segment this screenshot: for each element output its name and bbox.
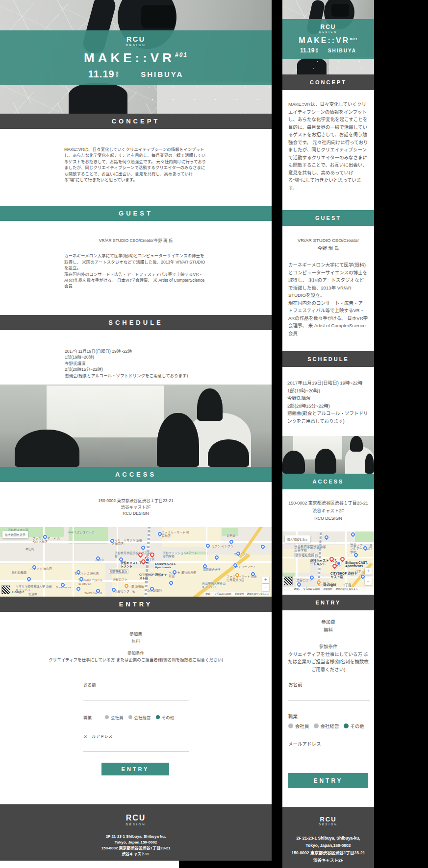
google-map-desktop[interactable]: 拡大地図を表示 Google + − 地図データ ©2020 Google 利用…: [0, 527, 272, 597]
fee-value: 無料: [0, 638, 272, 644]
fee-label: 参加費: [282, 619, 374, 626]
brand-logo-text: RCU: [319, 24, 337, 30]
vr-headset: [331, 4, 349, 17]
event-title: MAKE::VR#01: [84, 50, 188, 66]
map-pin-blue[interactable]: [260, 544, 265, 549]
job-row: 職業 会社員会社経営その他: [83, 714, 187, 720]
map-pin-blue[interactable]: [140, 545, 146, 550]
text-line: 現在国内外のコンサート・広告・アートフェスティバル等で上映するVR・ARの作品を…: [64, 271, 207, 289]
guest-bio: カーネギーメロン大学にて医学(眼科)とコンピューターサイエンスの博士を取得し、 …: [64, 253, 207, 289]
email-input-mobile[interactable]: [288, 752, 370, 760]
radio-circle-icon[interactable]: [314, 723, 319, 728]
map-zoom-in-button[interactable]: +: [365, 568, 372, 575]
google-map-mobile[interactable]: 拡大地図を表示 Google + − 地図データ ©2020 Google 利用…: [282, 531, 374, 591]
job-radio-group: 会社員会社経営その他: [105, 714, 174, 720]
text-line: 2F 21-23-1 Shibuya, Shibuya-ku,: [282, 835, 374, 842]
name-input-mobile[interactable]: [288, 693, 370, 701]
job-radio-2[interactable]: 会社経営: [128, 714, 151, 720]
job-radio-2[interactable]: 会社経営: [314, 723, 339, 729]
map-report-link[interactable]: 地図の誤りを報告する: [247, 592, 269, 595]
map-zoom-out-button[interactable]: −: [262, 584, 269, 591]
map-label: 松濤中: [28, 593, 37, 596]
footer-address: 2F 21-23-1 Shibuya, Shibuya-ku,Tokyo, Ja…: [282, 835, 374, 864]
hero-section: RCU DESIGN MAKE::VR#01 11.19 SUN SHIBUYA: [0, 0, 272, 114]
text-line: 150-0002 東京都渋谷区渋谷1丁目23-21: [0, 845, 272, 851]
map-pin-blue[interactable]: [228, 539, 234, 544]
text-line: 今野氏講演: [287, 394, 369, 402]
entry-submit-button-desktop[interactable]: ENTRY: [101, 763, 169, 775]
text-line: Tokyo, Japan,150-0002: [0, 840, 272, 845]
vr-headset: [141, 5, 176, 28]
access-section-bar: ACCESS: [282, 474, 374, 489]
text-line: 150-0002 東京都渋谷区渋谷１丁目23-21: [282, 500, 374, 507]
map-label: Shibuya CAST. Apartments: [155, 562, 184, 569]
entry-heading: ENTRY: [119, 601, 153, 608]
radio-circle-icon[interactable]: [156, 715, 160, 719]
email-row: メールアドレス: [83, 733, 187, 752]
map-pin-marker[interactable]: [145, 557, 150, 562]
radio-label: その他: [162, 714, 175, 720]
radio-circle-icon[interactable]: [288, 723, 293, 728]
job-radio-group: 会社員会社経営その他: [288, 723, 368, 729]
footer: RCU DESIGN 2F 21-23-1 Shibuya, Shibuya-k…: [282, 807, 374, 868]
map-report-link[interactable]: 地図の誤りを報告する: [336, 587, 358, 590]
text-line: 渋谷キャスト2F: [282, 507, 374, 515]
hero-section-mobile: RCU DESIGN MAKE::VR#01 11.19 SUN SHIBUYA: [282, 0, 374, 74]
text-line: カーネギーメロン大学にて医学(眼科)とコンピューターサイエンスの博士を取得し、 …: [288, 261, 368, 299]
job-radio-3[interactable]: その他: [156, 714, 175, 720]
projection-screen: [47, 386, 164, 437]
radio-label: 会社員: [111, 714, 124, 720]
radio-circle-icon[interactable]: [344, 723, 349, 728]
map-terms-link[interactable]: 利用規約: [324, 587, 332, 590]
map-label: セブン-イレブン: [212, 545, 233, 548]
map-label: 国際連合大学: [203, 568, 221, 572]
fee-label: 参加費: [0, 631, 272, 637]
guest-title: VR/AR STUDIO CEO/Creator: [282, 237, 374, 244]
map-expand-button[interactable]: 拡大地図を表示: [2, 531, 28, 538]
map-zoom-out-button[interactable]: −: [365, 578, 372, 585]
job-radio-1[interactable]: 会社員: [105, 714, 124, 720]
guest-name: VR/AR STUDIO CEO/Creator今野 現 氏: [0, 237, 272, 243]
text-line: 150-0002 東京都渋谷区渋谷1丁目23-21: [282, 849, 374, 857]
map-label: VR PARK TOKYO SHIBUYA: [78, 579, 111, 586]
guest-heading: GUEST: [315, 215, 341, 221]
entry-heading: ENTRY: [316, 600, 341, 605]
map-data-credit: 地図データ ©2020 Google: [294, 587, 320, 590]
map-label: 渋谷センター街: [115, 590, 135, 593]
job-radio-3[interactable]: その他: [344, 723, 365, 729]
map-pin-blue[interactable]: [324, 534, 329, 540]
event-title-text: MAKE::VR: [84, 50, 175, 66]
map-terms-link[interactable]: 利用規約: [235, 592, 244, 595]
google-logo: Google: [12, 590, 25, 594]
map-pin-marker[interactable]: [336, 561, 341, 566]
map-zoom-in-button[interactable]: +: [262, 577, 269, 583]
event-date-row: 11.19 SUN SHIBUYA: [88, 69, 184, 80]
map-imagery-thumbnail[interactable]: [284, 577, 293, 585]
entry-submit-button-mobile[interactable]: ENTRY: [288, 773, 368, 788]
access-address: 150-0002 東京都渋谷区渋谷１丁目23-21渋谷キャスト2FRCU DES…: [282, 500, 374, 523]
person-elbow: [69, 83, 127, 114]
map-label: 渋谷郵便局: [147, 589, 162, 592]
radio-circle-icon[interactable]: [105, 715, 109, 719]
email-input-desktop[interactable]: [83, 744, 189, 752]
map-label: ファミリーマート 神宮前店: [162, 531, 191, 538]
page-canvas: RCU DESIGN MAKE::VR#01 11.19 SUN SHIBUYA…: [0, 0, 428, 868]
footer-brand-text: RCU: [282, 816, 374, 822]
map-label: スパイラル: [233, 553, 248, 556]
schedule-section-bar: SCHEDULE: [0, 315, 272, 330]
guest-name: VR/AR STUDIO CEO/Creator 今野 現 氏: [282, 237, 374, 252]
name-input-desktop[interactable]: [83, 692, 189, 700]
guest-title: VR/AR STUDIO CEO/Creator: [99, 238, 154, 243]
radio-circle-icon[interactable]: [128, 715, 132, 719]
desktop-view: RCU DESIGN MAKE::VR#01 11.19 SUN SHIBUYA…: [0, 0, 272, 861]
guest-section-bar: GUEST: [0, 206, 272, 221]
job-radio-1[interactable]: 会社員: [288, 723, 309, 729]
text-line: 2部(20時15分~22時): [65, 366, 271, 372]
map-label: 勤労福祉会館: [294, 553, 315, 558]
concept-body: MAKE::VRは、日々変化していくクリエイティブシーンの情報をインプットし、あ…: [288, 100, 368, 192]
text-line: RCU DESIGN: [0, 510, 272, 517]
map-imagery-thumbnail[interactable]: [1, 585, 10, 594]
brand-logo: RCU DESIGN: [319, 24, 337, 33]
email-row: メールアドレス: [288, 740, 368, 760]
map-expand-button[interactable]: 拡大地図を表示: [285, 535, 310, 543]
